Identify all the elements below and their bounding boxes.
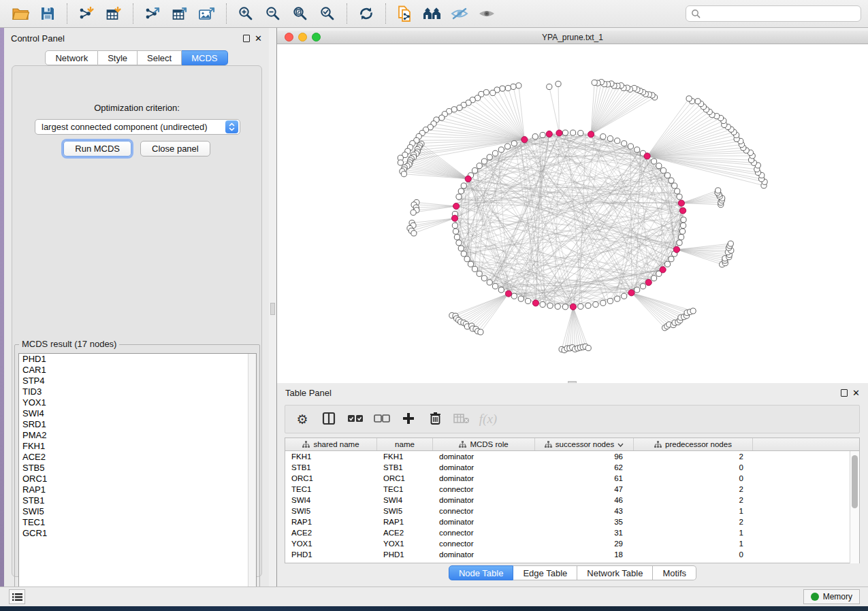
show-all-button[interactable]	[473, 2, 500, 25]
table-scrollbar[interactable]	[850, 451, 859, 563]
save-session-button[interactable]	[34, 2, 61, 25]
tab-style[interactable]: Style	[98, 50, 138, 65]
cell-predecessor_nodes: 0	[634, 463, 753, 472]
import-table-button[interactable]	[100, 2, 127, 25]
vertical-splitter[interactable]	[269, 28, 277, 587]
mcds-result-item[interactable]: YOX1	[19, 397, 256, 408]
cell-name: STB1	[377, 463, 433, 472]
table-row[interactable]: ORC1ORC1dominator610	[285, 473, 859, 484]
mcds-list-scrollbar[interactable]	[248, 354, 256, 593]
mcds-result-item[interactable]: FKH1	[19, 441, 256, 452]
add-row-button[interactable]	[398, 409, 419, 429]
mcds-result-item[interactable]: CAR1	[19, 365, 256, 376]
cell-shared_name: YOX1	[285, 540, 377, 548]
column-panel-button[interactable]	[319, 409, 339, 429]
criterion-select[interactable]: largest connected component (undirected)	[35, 119, 240, 135]
mcds-result-item[interactable]: SWI5	[19, 506, 256, 517]
table-row[interactable]: PHD1PHD1dominator180	[285, 549, 859, 560]
mcds-result-item[interactable]: TID3	[19, 386, 256, 397]
column-header-successor-nodes[interactable]: successor nodes	[535, 438, 634, 450]
select-all-button[interactable]	[345, 409, 366, 429]
mcds-result-item[interactable]: TEC1	[19, 517, 256, 528]
export-image-button[interactable]	[193, 2, 221, 25]
column-header-MCDS-role[interactable]: MCDS role	[433, 438, 535, 450]
tab-network[interactable]: Network	[45, 50, 98, 65]
mcds-result-item[interactable]: GCR1	[19, 528, 256, 539]
column-header-predecessor-nodes[interactable]: predecessor nodes	[634, 438, 753, 450]
function-builder-button: f(x)	[478, 409, 498, 429]
tab-mcds[interactable]: MCDS	[182, 50, 227, 65]
mcds-result-item[interactable]: SRD1	[19, 419, 256, 430]
export-network-button[interactable]	[139, 2, 166, 25]
open-session-button[interactable]	[7, 2, 34, 25]
export-table-button[interactable]	[166, 2, 193, 25]
deselect-all-button[interactable]	[372, 409, 392, 429]
cell-mcds_role: connector	[433, 485, 535, 493]
mcds-result-item[interactable]: SWI4	[19, 408, 256, 419]
import-network-button[interactable]	[73, 2, 100, 25]
zoom-in-button[interactable]	[232, 2, 259, 25]
first-neighbors-button[interactable]	[419, 2, 446, 25]
tab-select[interactable]: Select	[138, 50, 182, 65]
table-tab-edge-table[interactable]: Edge Table	[513, 565, 577, 580]
toolbar-button-groups	[7, 0, 500, 27]
mcds-result-item[interactable]: PHD1	[19, 354, 256, 365]
table-tab-network-table[interactable]: Network Table	[577, 565, 653, 580]
cell-shared_name: ORC1	[285, 474, 377, 482]
table-row[interactable]: TEC1TEC1connector472	[285, 484, 859, 495]
column-header-shared-name[interactable]: shared name	[285, 438, 377, 450]
delete-row-button[interactable]	[425, 409, 445, 429]
zoom-out-button[interactable]	[259, 2, 287, 25]
mcds-result-item[interactable]: ORC1	[19, 474, 256, 484]
network-window: YPA_prune.txt_1	[277, 31, 868, 383]
splitter-grabber[interactable]	[270, 303, 275, 315]
float-panel-icon[interactable]	[243, 35, 250, 42]
mcds-result-item[interactable]: ACE2	[19, 452, 256, 463]
refresh-button[interactable]	[353, 2, 380, 25]
zoom-selected-button[interactable]	[314, 2, 341, 25]
save-session-icon	[40, 6, 55, 21]
network-window-title: YPA_prune.txt_1	[277, 33, 868, 42]
table-row[interactable]: SWI5SWI5connector431	[285, 506, 859, 516]
mcds-result-item[interactable]: RAP1	[19, 484, 256, 495]
column-label: name	[395, 440, 415, 448]
memory-button[interactable]: Memory	[803, 589, 860, 604]
zoom-fit-button[interactable]	[287, 2, 314, 25]
mcds-result-item[interactable]: PMA2	[19, 430, 256, 441]
hide-selected-button[interactable]	[446, 2, 473, 25]
cell-shared_name: SWI5	[285, 507, 377, 515]
table-row[interactable]: RAP1RAP1dominator352	[285, 516, 859, 527]
mcds-result-item[interactable]: STB1	[19, 495, 256, 506]
network-canvas[interactable]	[277, 44, 868, 383]
table-scrollbar-thumb[interactable]	[852, 455, 858, 508]
cell-predecessor_nodes: 1	[634, 507, 753, 515]
mcds-result-item[interactable]: STP4	[19, 376, 256, 386]
search-box[interactable]	[686, 5, 861, 22]
table-float-panel-icon[interactable]	[841, 389, 848, 397]
column-header-filler	[753, 438, 859, 450]
panel-menu-button[interactable]	[9, 589, 25, 604]
table-tab-node-table[interactable]: Node Table	[449, 565, 514, 580]
run-mcds-button[interactable]: Run MCDS	[63, 141, 131, 156]
mcds-result-item[interactable]: STB5	[19, 463, 256, 474]
table-tab-motifs[interactable]: Motifs	[653, 565, 696, 580]
search-input[interactable]	[704, 9, 856, 18]
table-row[interactable]: SWI4SWI4dominator462	[285, 495, 859, 506]
table-row[interactable]: YOX1YOX1connector291	[285, 538, 859, 549]
table-close-panel-icon[interactable]: ✕	[852, 389, 860, 397]
close-panel-button[interactable]: Close panel	[140, 141, 210, 156]
table-row[interactable]: ACE2ACE2connector311	[285, 527, 859, 538]
mcds-result-list[interactable]: PHD1CAR1STP4TID3YOX1SWI4SRD1PMA2FKH1ACE2…	[18, 353, 257, 593]
close-panel-icon[interactable]: ✕	[255, 34, 262, 43]
column-label: successor nodes	[556, 440, 614, 448]
table-row[interactable]: FKH1FKH1dominator962	[285, 451, 859, 462]
column-header-name[interactable]: name	[377, 438, 433, 450]
new-network-from-selection-button[interactable]	[391, 2, 419, 25]
network-graph[interactable]	[277, 44, 868, 383]
table-settings-button[interactable]: ⚙	[292, 409, 312, 429]
control-panel-tabs: NetworkStyleSelectMCDS	[4, 50, 269, 65]
network-window-titlebar[interactable]: YPA_prune.txt_1	[277, 31, 868, 44]
import-columns-icon	[453, 412, 470, 427]
table-row[interactable]: STB1STB1dominator620	[285, 462, 859, 473]
cell-shared_name: RAP1	[285, 518, 377, 526]
